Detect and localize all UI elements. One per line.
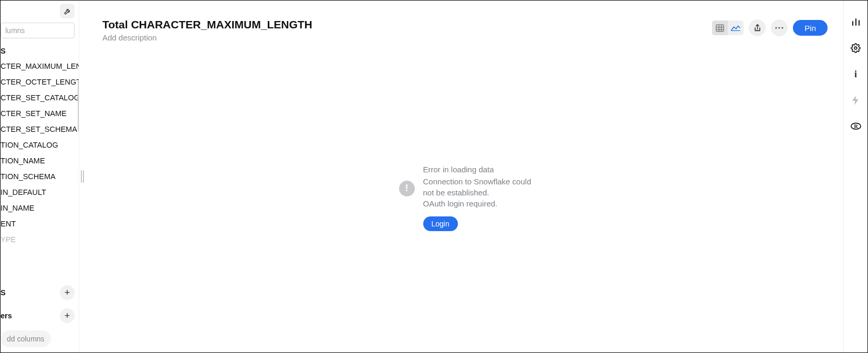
plus-icon: + [65,287,70,298]
sidebar: S CTER_MAXIMUM_LEN CTER_OCTET_LENGTH CTE… [1,1,79,352]
error-title: Error in loading data [423,164,531,175]
svg-text:R: R [854,123,858,129]
pin-button[interactable]: Pin [793,20,828,36]
column-item[interactable]: ENT [1,216,79,232]
column-item[interactable]: CTER_OCTET_LENGTH [1,74,79,90]
wrench-icon [64,7,71,15]
more-icon [775,27,783,29]
column-item[interactable]: TION_NAME [1,153,79,169]
group-ers[interactable]: ers + [1,304,79,327]
table-icon [716,24,724,32]
svg-point-12 [854,47,857,49]
rail-chart-button[interactable] [848,13,864,30]
more-button[interactable] [771,19,788,36]
column-list[interactable]: CTER_MAXIMUM_LEN CTER_OCTET_LENGTH CTER_… [1,58,79,281]
configure-button[interactable] [60,4,75,18]
sidebar-resize-handle[interactable] [81,170,84,183]
rail-info-button[interactable]: i [848,66,864,82]
info-icon: i [854,69,857,80]
column-item[interactable]: IN_NAME [1,200,79,216]
gear-icon [851,43,861,53]
scrollbar-thumb[interactable] [78,79,79,132]
error-line: OAuth login required. [423,198,531,209]
add-s-button[interactable]: + [60,285,75,300]
alert-icon: ! [399,181,415,196]
right-rail: i R [843,1,867,352]
login-button[interactable]: Login [423,216,458,231]
add-ers-button[interactable]: + [60,308,75,323]
svg-point-8 [782,27,783,28]
svg-rect-0 [716,25,724,31]
group-s-label: S [1,288,6,297]
add-description[interactable]: Add description [102,33,312,42]
search-input[interactable] [1,23,75,38]
rail-settings-button[interactable] [848,39,864,56]
plus-icon: + [65,310,70,321]
r-icon: R [851,122,861,131]
columns-section-header: S [1,44,79,58]
error-message: ! Error in loading data Connection to Sn… [399,164,531,231]
bar-chart-icon [851,17,861,26]
column-item[interactable]: TION_SCHEMA [1,169,79,184]
column-list-scrollbar[interactable] [78,79,79,281]
error-line: not be established. [423,187,531,198]
main-content: Total CHARACTER_MAXIMUM_LENGTH Add descr… [87,6,843,347]
chart-view-toggle[interactable] [728,20,744,35]
column-item[interactable]: YPE [1,232,79,247]
rail-r-button[interactable]: R [848,118,864,135]
add-columns-label: dd columns [7,335,45,343]
group-s[interactable]: S + [1,281,79,304]
column-item[interactable]: CTER_MAXIMUM_LEN [1,58,79,74]
share-icon [754,24,761,32]
svg-point-7 [779,27,780,28]
header-toolbar: Pin [712,19,828,36]
column-item[interactable]: TION_CATALOG [1,137,79,153]
page-title: Total CHARACTER_MAXIMUM_LENGTH [102,18,312,31]
bolt-icon [852,96,859,105]
table-view-toggle[interactable] [712,20,728,35]
column-item[interactable]: CTER_SET_SCHEMA [1,121,79,137]
column-item[interactable]: CTER_SET_NAME [1,106,79,121]
error-line: Connection to Snowflake could [423,176,531,187]
rail-bolt-button[interactable] [848,92,864,109]
column-item[interactable]: CTER_SET_CATALOG [1,90,79,106]
add-columns-button[interactable]: dd columns [1,330,51,347]
share-button[interactable] [749,19,766,36]
group-ers-label: ers [1,312,12,320]
line-chart-icon [731,24,740,32]
view-toggle [712,20,744,35]
svg-point-6 [776,27,777,28]
column-item[interactable]: IN_DEFAULT [1,184,79,200]
